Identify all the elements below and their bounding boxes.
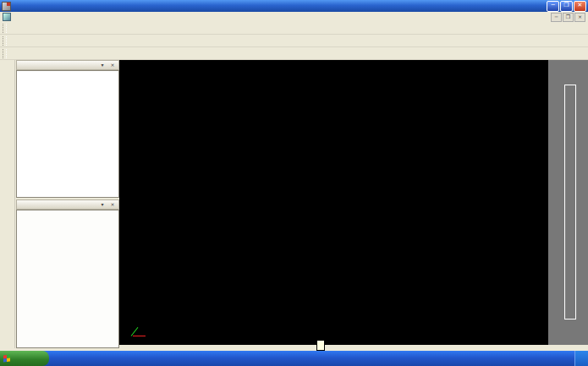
child-restore-button[interactable]: ❐ [563, 13, 574, 22]
title-bar: ─ ❐ ✕ [0, 0, 588, 12]
point-cloud-canvas[interactable] [119, 60, 548, 345]
elevation-colorbar [564, 85, 576, 320]
mdi-child-icon[interactable] [3, 13, 11, 21]
toolbar-view [0, 35, 588, 47]
properties-panel: ▾ × [16, 199, 119, 348]
panel-close-icon[interactable]: × [108, 200, 117, 209]
properties-table [16, 210, 119, 348]
dock-pin-icon[interactable]: ▾ [98, 61, 107, 69]
side-toolbar [0, 60, 15, 348]
minimize-button[interactable]: ─ [547, 1, 559, 12]
close-button[interactable]: ✕ [574, 1, 586, 12]
taskbar [0, 351, 588, 366]
properties-panel-header: ▾ × [16, 199, 119, 210]
object-panel-header: ▾ × [16, 60, 119, 70]
child-close-button[interactable]: × [574, 13, 585, 22]
object-panel: ▾ × [16, 60, 119, 198]
dock-pin-icon[interactable]: ▾ [98, 200, 107, 209]
toolbar-grip[interactable] [3, 36, 7, 46]
toolbar-edit [0, 47, 588, 60]
axis-indicator-icon [129, 325, 155, 341]
desktop: { "window": { "title": "DC-Section -11.p… [0, 0, 588, 366]
app-icon [2, 2, 11, 11]
toolbar-grip[interactable] [3, 24, 7, 33]
panel-close-icon[interactable]: × [108, 61, 117, 69]
toolbar-main [0, 22, 588, 35]
system-tray [574, 351, 588, 366]
start-button[interactable] [0, 351, 49, 366]
windows-logo-icon [3, 355, 10, 363]
toolbar-grip[interactable] [3, 49, 7, 58]
taskbar-tooltip [316, 340, 325, 351]
restore-button[interactable]: ❐ [560, 1, 573, 12]
viewport-3d [119, 60, 588, 345]
object-tree [16, 70, 119, 198]
child-minimize-button[interactable]: ─ [551, 13, 562, 22]
